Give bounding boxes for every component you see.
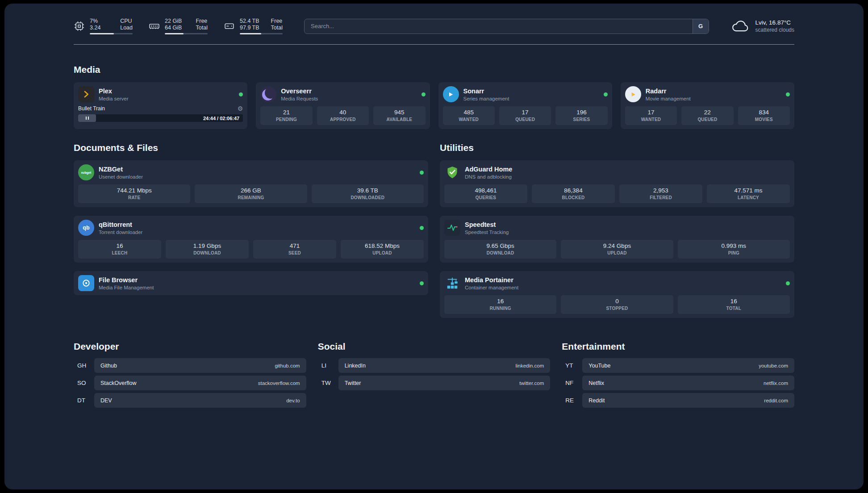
service-name: Media Portainer bbox=[465, 276, 518, 284]
stat-tile: 618.52 Mbps UPLOAD bbox=[341, 240, 424, 259]
cpu-label: CPU bbox=[120, 18, 133, 25]
playback-progress-bar[interactable]: 24:44 / 02:06:47 bbox=[78, 114, 243, 122]
cpu-load-label: Load bbox=[120, 25, 133, 31]
bookmark-github[interactable]: GH Github github.com bbox=[74, 358, 306, 373]
search-input[interactable] bbox=[305, 19, 693, 33]
filebrowser-icon bbox=[78, 275, 94, 291]
service-card-filebrowser[interactable]: File Browser Media File Management bbox=[74, 271, 428, 295]
utilities-column: Utilities AdGuard Home bbox=[440, 142, 794, 318]
status-dot bbox=[239, 92, 243, 96]
media-section-title: Media bbox=[74, 64, 794, 75]
cpu-progress-track bbox=[90, 33, 133, 34]
service-desc: Usenet downloader bbox=[99, 174, 143, 180]
status-dot bbox=[786, 92, 790, 96]
disk-free-label: Free bbox=[271, 18, 283, 25]
bookmark-linkedin[interactable]: LI LinkedIn linkedin.com bbox=[318, 358, 551, 373]
stat-tile: 22 QUEUED bbox=[681, 106, 733, 125]
pause-icon bbox=[86, 117, 87, 120]
documents-column: Documents & Files nzbget NZBGet Usenet d… bbox=[74, 142, 428, 295]
stat-tile: 17 WANTED bbox=[625, 106, 677, 125]
stat-tile: 16 TOTAL bbox=[678, 295, 790, 314]
stat-tile: 16 RUNNING bbox=[444, 295, 556, 314]
service-card-nzbget[interactable]: nzbget NZBGet Usenet downloader 744.21 M… bbox=[74, 160, 428, 207]
topbar-divider bbox=[74, 44, 794, 45]
service-name: AdGuard Home bbox=[465, 166, 512, 173]
top-bar: 7% 3.24 CPU Load bbox=[74, 18, 794, 34]
developer-column: Developer GH Github github.com SO StackO… bbox=[74, 341, 306, 408]
adguard-icon bbox=[444, 164, 460, 180]
service-card-sonarr[interactable]: Sonarr Series management 485 WANTED 17 Q… bbox=[438, 82, 612, 129]
service-card-radarr[interactable]: Radarr Movie management 17 WANTED 22 QUE… bbox=[621, 82, 794, 129]
stat-tile: 945 AVAILABLE bbox=[373, 106, 425, 125]
stat-tile: 2,953 FILTERED bbox=[619, 184, 702, 203]
disk-total: 97.9 TB bbox=[240, 25, 259, 31]
sonarr-icon bbox=[443, 86, 459, 102]
bookmark-dev[interactable]: DT DEV dev.to bbox=[74, 393, 306, 408]
media-grid: Plex Media server Bullet Train ⚙ 24:44 /… bbox=[74, 82, 794, 129]
pause-button[interactable] bbox=[78, 114, 96, 122]
service-desc: Torrent downloader bbox=[99, 230, 142, 235]
service-name: Speedtest bbox=[465, 221, 509, 229]
memory-widget: 22 GiB 64 GiB Free Total bbox=[149, 18, 208, 34]
bookmark-netflix[interactable]: NF Netflix netflix.com bbox=[562, 376, 794, 390]
playback-time: 24:44 / 02:06:47 bbox=[203, 116, 243, 121]
weather-location: Lviv, 16.87°C bbox=[755, 19, 794, 26]
service-card-portainer[interactable]: Media Portainer Container management 16 … bbox=[440, 271, 794, 318]
memory-progress-fill bbox=[165, 33, 184, 34]
service-card-speedtest[interactable]: Speedtest Speedtest Tracking 9.65 Gbps D… bbox=[440, 216, 794, 263]
bookmark-reddit[interactable]: RE Reddit reddit.com bbox=[562, 393, 794, 408]
service-name: Overseerr bbox=[281, 88, 318, 95]
stat-tile: 744.21 Mbps RATE bbox=[78, 184, 190, 203]
disk-widget: 52.4 TB 97.9 TB Free Total bbox=[224, 18, 283, 34]
cpu-load: 3.24 bbox=[90, 25, 100, 31]
portainer-icon bbox=[444, 275, 460, 291]
service-name: Radarr bbox=[646, 88, 691, 95]
developer-section-title: Developer bbox=[74, 341, 306, 352]
entertainment-column: Entertainment YT YouTube youtube.com NF … bbox=[562, 341, 794, 408]
weather-condition: scattered clouds bbox=[755, 27, 794, 33]
disk-total-label: Total bbox=[271, 25, 283, 31]
service-name: qBittorrent bbox=[99, 221, 142, 229]
service-name: File Browser bbox=[99, 276, 154, 284]
service-card-plex[interactable]: Plex Media server Bullet Train ⚙ 24:44 /… bbox=[74, 82, 247, 129]
qbittorrent-icon: qb bbox=[78, 220, 94, 236]
service-card-overseerr[interactable]: Overseerr Media Requests 21 PENDING 40 A… bbox=[256, 82, 430, 129]
status-dot bbox=[421, 92, 426, 96]
cpu-icon bbox=[74, 21, 85, 32]
stat-tile: 498,461 QUERIES bbox=[444, 184, 527, 203]
weather-widget: Lviv, 16.87°C scattered clouds bbox=[730, 19, 794, 33]
speedtest-icon bbox=[444, 220, 460, 236]
disk-icon bbox=[224, 21, 235, 32]
stat-tile: 9.24 Gbps UPLOAD bbox=[561, 240, 673, 259]
stat-tile: 16 LEECH bbox=[78, 240, 161, 259]
stat-tile: 266 GB REMAINING bbox=[195, 184, 307, 203]
stat-tile: 39.6 TB DOWNLOADED bbox=[312, 184, 424, 203]
service-card-qbittorrent[interactable]: qb qBittorrent Torrent downloader 16 bbox=[74, 216, 428, 263]
service-desc: Series management bbox=[463, 96, 509, 101]
stat-tile: 40 APPROVED bbox=[317, 106, 369, 125]
disk-free: 52.4 TB bbox=[240, 18, 259, 25]
cloud-icon bbox=[730, 19, 750, 33]
service-name: NZBGet bbox=[99, 166, 143, 173]
memory-total: 64 GiB bbox=[165, 25, 182, 31]
documents-section-title: Documents & Files bbox=[74, 142, 428, 153]
overseerr-icon bbox=[260, 86, 276, 102]
stat-tile: 9.65 Gbps DOWNLOAD bbox=[444, 240, 556, 259]
status-dot bbox=[786, 281, 790, 285]
status-dot bbox=[604, 92, 608, 96]
stat-tile: 834 MOVIES bbox=[738, 106, 790, 125]
memory-progress-track bbox=[165, 33, 208, 34]
social-section-title: Social bbox=[318, 341, 551, 352]
memory-total-label: Total bbox=[196, 25, 208, 31]
radarr-icon bbox=[625, 86, 641, 102]
bookmark-stackoverflow[interactable]: SO StackOverflow stackoverflow.com bbox=[74, 376, 306, 390]
now-playing-title: Bullet Train bbox=[78, 105, 105, 112]
bookmark-youtube[interactable]: YT YouTube youtube.com bbox=[562, 358, 794, 373]
disk-progress-track bbox=[240, 33, 283, 34]
search-provider-button[interactable]: G bbox=[693, 19, 709, 33]
cpu-progress-fill bbox=[90, 33, 114, 34]
service-card-adguard[interactable]: AdGuard Home DNS and adblocking 498,461 … bbox=[440, 160, 794, 207]
stat-tile: 196 SERIES bbox=[555, 106, 607, 125]
gear-icon[interactable]: ⚙ bbox=[238, 105, 243, 112]
bookmark-twitter[interactable]: TW Twitter twitter.com bbox=[318, 376, 551, 390]
